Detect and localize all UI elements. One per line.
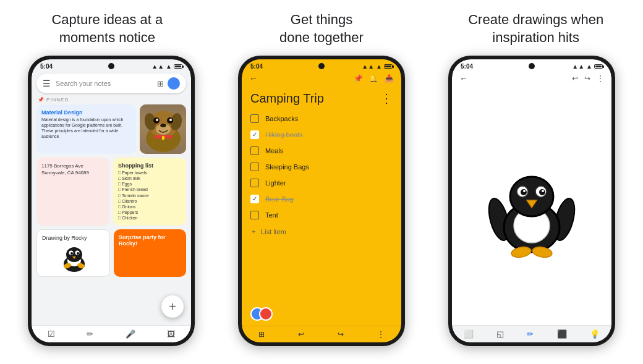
- note-drawing[interactable]: Drawing by Rocky: [36, 229, 110, 277]
- add-item-label: List item: [261, 228, 286, 235]
- check-item-meals[interactable]: Meals: [250, 144, 393, 158]
- penguin-small-svg: [61, 243, 87, 272]
- checklist-header-icons: 📌 🔔 📥: [354, 74, 394, 83]
- back-arrow[interactable]: ←: [249, 74, 258, 83]
- back-arrow-draw[interactable]: ←: [459, 74, 468, 83]
- svg-point-32: [542, 190, 544, 192]
- checkbox-meals[interactable]: [250, 146, 259, 155]
- grid-icon[interactable]: ⊞: [157, 79, 164, 88]
- note-blue-text: Material design is a foundation upon whi…: [41, 117, 131, 139]
- note-surprise[interactable]: Surprise party for Rocky!: [114, 229, 186, 277]
- checkbox-backpacks[interactable]: [250, 114, 259, 123]
- notes-row-3: Drawing by Rocky: [36, 229, 186, 277]
- check-item-bearbag[interactable]: ✓ Bear Bag: [250, 192, 393, 206]
- header-1-title: Capture ideas at a moments notice: [12, 11, 202, 46]
- image-icon[interactable]: 🖼: [167, 329, 175, 339]
- phone-1-bottom-toolbar: ☑ ✏ 🎤 🖼: [32, 325, 191, 342]
- battery-icon: [174, 64, 182, 69]
- fab-button[interactable]: +: [161, 295, 184, 318]
- marker-tool[interactable]: ⬛: [557, 329, 567, 339]
- pen-tool[interactable]: ✏: [527, 329, 534, 339]
- note-address[interactable]: 1175 Borregos Ave Sunnyvale, CA 94089: [36, 158, 109, 226]
- redo-icon-draw[interactable]: ↪: [584, 74, 590, 83]
- hamburger-icon[interactable]: ☰: [43, 78, 51, 88]
- note-dog-image[interactable]: [140, 104, 186, 154]
- check-label-tent: Tent: [265, 211, 278, 219]
- wifi-icon-2: ▲: [376, 63, 382, 70]
- note-yellow-title: Shopping list: [118, 163, 181, 169]
- checkbox-lighter[interactable]: [250, 179, 259, 187]
- wifi-icon: ▲: [166, 63, 172, 70]
- check-label-hiking: Hiking boots: [265, 131, 303, 138]
- pencil-icon[interactable]: ✏: [87, 329, 93, 339]
- phone-1-status-icons: ▲▲ ▲: [151, 63, 182, 70]
- note-shopping[interactable]: Shopping list □ Paper towels□ Skim milk□…: [113, 158, 186, 226]
- add-box-icon[interactable]: ⊞: [258, 330, 265, 339]
- user-avatar[interactable]: [168, 77, 180, 90]
- phone-1-time: 5:04: [40, 63, 53, 70]
- svg-rect-11: [162, 136, 164, 140]
- check-label-lighter: Lighter: [265, 179, 286, 187]
- check-item-hiking[interactable]: ✓ Hiking boots: [250, 128, 393, 142]
- check-item-tent[interactable]: Tent: [250, 208, 393, 222]
- redo-icon-p2[interactable]: ↪: [338, 330, 344, 339]
- eraser-icon[interactable]: ◱: [496, 329, 504, 339]
- note-yellow-text: □ Paper towels□ Skim milk□ Eggs□ French …: [118, 170, 181, 221]
- checkbox-tent[interactable]: [250, 211, 259, 219]
- checkbox-hiking[interactable]: ✓: [250, 130, 259, 139]
- checklist-title-row: Camping Trip ⋮: [242, 88, 401, 112]
- header-col-3: Create drawings when inspiration hits: [428, 11, 643, 46]
- archive-icon[interactable]: 📥: [385, 74, 394, 83]
- notes-toolbar[interactable]: ☰ Search your notes ⊞: [36, 74, 186, 93]
- camera-1: [108, 63, 114, 69]
- checkbox-bearbag[interactable]: ✓: [250, 195, 259, 203]
- undo-icon-p2[interactable]: ↩: [298, 330, 304, 339]
- pin-icon-2[interactable]: 📌: [354, 74, 363, 83]
- highlighter-tool[interactable]: 💡: [590, 329, 600, 339]
- eraser-tool[interactable]: ⬜: [464, 329, 474, 339]
- plus-icon: ＋: [250, 227, 257, 236]
- penguin-large-svg: [485, 154, 578, 260]
- more-options-icon[interactable]: ⋮: [380, 91, 393, 106]
- wifi-icon-3: ▲: [586, 63, 592, 70]
- notes-row-2: 1175 Borregos Ave Sunnyvale, CA 94089 Sh…: [36, 158, 186, 226]
- bell-icon[interactable]: 🔔: [369, 74, 378, 83]
- check-item-sleeping[interactable]: Sleeping Bags: [250, 160, 393, 174]
- note-orange-title: Surprise party for Rocky!: [119, 234, 181, 247]
- check-item-backpacks[interactable]: Backpacks: [250, 112, 393, 125]
- check-label-backpacks: Backpacks: [265, 115, 298, 122]
- svg-point-8: [156, 119, 158, 121]
- checkbox-icon[interactable]: ☑: [48, 329, 55, 339]
- drawing-canvas: [452, 88, 611, 325]
- phone-3: 5:04 ▲▲ ▲ ← ↩ ↪ ⋮: [448, 56, 615, 346]
- battery-icon-3: [594, 64, 603, 69]
- header-3-title: Create drawings when inspiration hits: [441, 11, 631, 46]
- mic-icon[interactable]: 🎤: [126, 329, 135, 339]
- camera-3: [529, 63, 535, 69]
- check-label-bearbag: Bear Bag: [265, 195, 294, 203]
- drawing-header: ← ↩ ↪ ⋮: [452, 71, 611, 88]
- phone-col-1: 5:04 ▲▲ ▲ ☰ Search your notes ⊞: [6, 53, 216, 364]
- undo-icon-draw[interactable]: ↩: [572, 74, 578, 83]
- add-item-row[interactable]: ＋ List item: [250, 224, 393, 239]
- more-icon-draw[interactable]: ⋮: [597, 74, 604, 83]
- header-2-title: Get things done together: [227, 11, 417, 46]
- phone-2-time: 5:04: [250, 63, 263, 70]
- notes-row-1: Material Design Material design is a fou…: [36, 104, 186, 154]
- more-icon-p2[interactable]: ⋮: [377, 330, 385, 339]
- checkbox-sleeping[interactable]: [250, 163, 259, 171]
- camera-2: [318, 63, 325, 69]
- signal-icon-2: ▲▲: [362, 63, 374, 70]
- pinned-label: 📌 PINNED: [32, 97, 191, 104]
- check-item-lighter[interactable]: Lighter: [250, 176, 393, 190]
- dog-art: [140, 104, 186, 154]
- phone-2-status-icons: ▲▲ ▲: [362, 63, 393, 70]
- checklist-items: Backpacks ✓ Hiking boots Meals S: [242, 112, 401, 302]
- svg-point-17: [70, 252, 73, 255]
- note-material-design[interactable]: Material Design Material design is a fou…: [36, 104, 136, 154]
- svg-point-18: [77, 252, 79, 255]
- svg-point-9: [169, 119, 172, 121]
- note-blue-title: Material Design: [41, 109, 131, 116]
- notes-grid: Material Design Material design is a fou…: [32, 104, 191, 325]
- svg-point-34: [511, 245, 532, 258]
